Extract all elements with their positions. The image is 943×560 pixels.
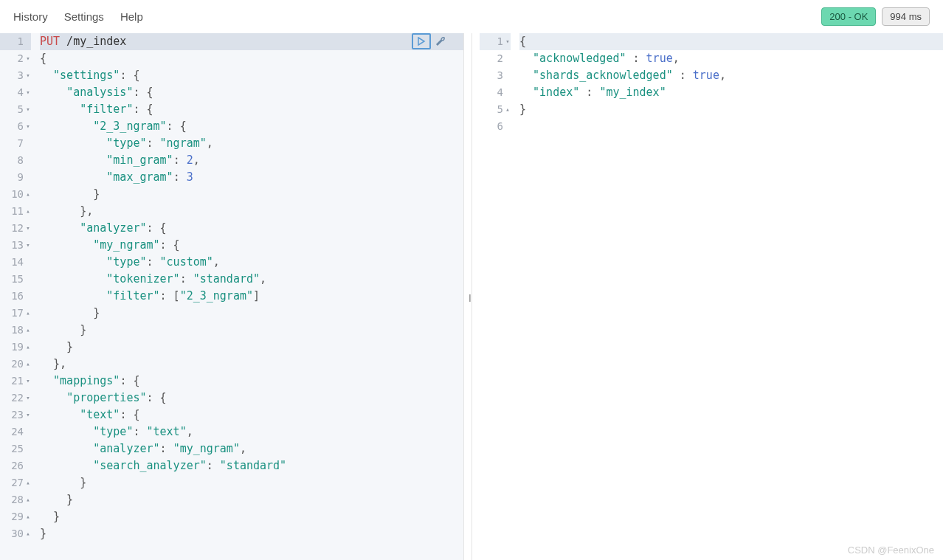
request-gutter: 1 2▾3▾4▾5▾6▾7 8 9 10▴11▴12▾13▾14 15 16 1… <box>0 33 35 560</box>
request-editor[interactable]: PUT /my_index{ "settings": { "analysis":… <box>35 33 463 560</box>
menu-bar: History Settings Help 200 - OK 994 ms <box>0 0 943 33</box>
divider-handle-icon: || <box>469 293 470 302</box>
run-button[interactable] <box>412 33 431 49</box>
response-gutter: 1▾2 3 4 5▴6 <box>480 33 515 560</box>
response-viewer: { "acknowledged" : true, "shards_acknowl… <box>515 33 943 560</box>
status-area: 200 - OK 994 ms <box>821 7 930 26</box>
menu-settings[interactable]: Settings <box>64 10 104 23</box>
menu-history[interactable]: History <box>13 10 48 23</box>
panel-divider[interactable]: || <box>472 33 472 560</box>
menu-help[interactable]: Help <box>120 10 143 23</box>
status-badge: 200 - OK <box>821 7 876 26</box>
action-icons <box>412 33 450 49</box>
time-badge: 994 ms <box>882 7 930 26</box>
menu-left: History Settings Help <box>13 10 143 23</box>
editor-panels: 1 2▾3▾4▾5▾6▾7 8 9 10▴11▴12▾13▾14 15 16 1… <box>0 33 943 560</box>
response-panel: 1▾2 3 4 5▴6 { "acknowledged" : true, "sh… <box>480 33 943 560</box>
request-panel: 1 2▾3▾4▾5▾6▾7 8 9 10▴11▴12▾13▾14 15 16 1… <box>0 33 464 560</box>
wrench-icon[interactable] <box>431 33 450 49</box>
